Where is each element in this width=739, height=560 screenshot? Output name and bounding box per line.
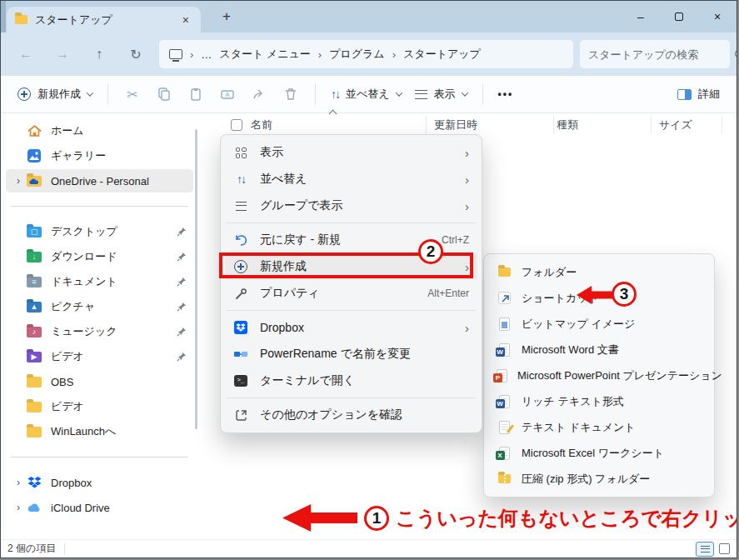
breadcrumb-ellipsis[interactable]: …: [201, 48, 212, 61]
annotation-step-1: 1 こういった何もないところで右クリック: [282, 504, 737, 532]
breadcrumb-item-startup[interactable]: スタートアップ: [403, 47, 481, 62]
folder-icon: [26, 402, 42, 412]
sidebar-item-obs[interactable]: OBS: [6, 370, 193, 393]
maximize-icon: [675, 12, 683, 21]
new-tab-button[interactable]: +: [216, 8, 237, 25]
window-controls: – ×: [622, 1, 737, 32]
delete-button[interactable]: [275, 88, 307, 101]
wrench-icon: [233, 288, 248, 300]
tab-close-icon[interactable]: ×: [179, 13, 192, 27]
sidebar-item-documents[interactable]: ≡ ドキュメント: [6, 270, 193, 293]
menu-item-show-more-options[interactable]: その他のオプションを確認: [225, 402, 477, 428]
dropbox-icon: [26, 477, 42, 489]
chevron-expand-icon[interactable]: ›: [11, 502, 26, 513]
excel-icon: X: [497, 447, 512, 460]
view-toggles: [696, 542, 730, 557]
new-button-label: 新規作成: [37, 87, 81, 102]
breadcrumb-item-programs[interactable]: プログラム: [329, 47, 385, 62]
more-button[interactable]: •••: [492, 83, 521, 105]
share-button[interactable]: [243, 88, 275, 101]
shortcut-icon: [497, 292, 512, 304]
details-pane-button[interactable]: 詳細: [671, 82, 727, 107]
menu-item-group-by[interactable]: グループで表示 ›: [225, 192, 477, 219]
submenu-item-rtf[interactable]: W リッチ テキスト形式: [488, 388, 710, 414]
icons-view-toggle[interactable]: [719, 543, 730, 554]
sort-button[interactable]: ↑↓ 並べ替え: [324, 82, 408, 107]
back-button[interactable]: ←: [7, 39, 44, 69]
forward-button[interactable]: →: [44, 39, 81, 69]
menu-item-dropbox[interactable]: Dropbox ›: [225, 314, 477, 341]
column-header-type[interactable]: 種類: [557, 118, 578, 132]
search-input[interactable]: [588, 48, 735, 61]
menu-separator: [227, 222, 476, 223]
select-all-checkbox[interactable]: [231, 119, 242, 131]
command-bar: 新規作成 ✂ A ↑↓ 並べ替え 表示 ••: [1, 76, 737, 113]
plus-circle-icon: [17, 88, 31, 101]
sidebar-item-gallery[interactable]: ギャラリー: [6, 144, 193, 168]
column-header-size[interactable]: サイズ: [659, 118, 692, 132]
chevron-right-icon: ›: [465, 199, 469, 213]
column-header-row: 名前 更新日時 種類 サイズ: [198, 114, 737, 136]
sidebar-scrollbar[interactable]: [195, 129, 197, 429]
cut-button[interactable]: ✂: [117, 87, 148, 102]
annotation-badge-3: 3: [612, 282, 637, 307]
sidebar-item-downloads[interactable]: ↓ ダウンロード: [6, 245, 193, 268]
breadcrumb-item-start-menu[interactable]: スタート メニュー: [219, 47, 310, 62]
submenu-item-text[interactable]: テキスト ドキュメント: [488, 414, 710, 440]
tab-startup[interactable]: スタートアップ ×: [7, 7, 201, 32]
submenu-item-excel[interactable]: X Microsoft Excel ワークシート: [488, 440, 710, 466]
sidebar-item-video2[interactable]: ビデオ: [6, 395, 193, 418]
submenu-item-zip[interactable]: 圧縮 (zip 形式) フォルダー: [488, 466, 710, 492]
column-header-modified[interactable]: 更新日時: [434, 118, 477, 132]
downloads-folder-icon: ↓: [26, 252, 42, 262]
rename-button[interactable]: A: [212, 88, 243, 101]
sidebar-item-desktop[interactable]: ▢ デスクトップ: [6, 220, 193, 243]
chevron-expand-icon[interactable]: ›: [11, 477, 26, 488]
submenu-item-folder[interactable]: フォルダー: [488, 259, 710, 285]
view-icon: [415, 90, 427, 99]
column-header-name[interactable]: 名前: [251, 118, 272, 132]
sidebar-item-music[interactable]: ♪ ミュージック: [6, 320, 193, 343]
sidebar-item-onedrive[interactable]: › OneDrive - Personal: [6, 169, 193, 192]
details-pane-label: 詳細: [698, 87, 720, 102]
folder-icon: [15, 15, 27, 24]
breadcrumb[interactable]: › … スタート メニュー › プログラム › スタートアップ: [159, 40, 573, 68]
svg-text:A: A: [225, 91, 230, 98]
chevron-right-icon: ›: [318, 48, 322, 61]
refresh-button[interactable]: ↻: [117, 39, 154, 69]
new-button[interactable]: 新規作成: [11, 82, 99, 107]
menu-item-powerrename[interactable]: PowerRename で名前を変更: [225, 341, 477, 368]
submenu-item-bitmap[interactable]: ビットマップ イメージ: [488, 311, 710, 337]
minimize-button[interactable]: –: [622, 1, 660, 32]
sidebar-item-pictures[interactable]: ▲ ピクチャ: [6, 295, 193, 318]
chevron-right-icon: ›: [465, 321, 469, 335]
sort-icon: ↑↓: [331, 88, 339, 101]
chevron-expand-icon[interactable]: ›: [11, 175, 26, 187]
paste-button[interactable]: [180, 88, 212, 101]
annotation-badge-2: 2: [418, 239, 443, 264]
copy-button[interactable]: [148, 88, 180, 101]
dropbox-icon: [233, 321, 248, 334]
sidebar-item-winlaunch[interactable]: WinLaunchへ: [6, 420, 193, 443]
submenu-item-word[interactable]: W Microsoft Word 文書: [488, 337, 710, 362]
close-button[interactable]: ×: [698, 1, 737, 32]
chevron-right-icon: ›: [465, 172, 469, 187]
desktop-folder-icon: ▢: [26, 227, 42, 238]
search-box[interactable]: [580, 40, 730, 68]
pin-icon: [177, 277, 188, 287]
sidebar-item-videos[interactable]: ▶ ビデオ: [6, 345, 193, 368]
maximize-button[interactable]: [660, 1, 698, 32]
up-button[interactable]: ↑: [81, 39, 117, 69]
menu-item-sort[interactable]: ↑↓ 並べ替え ›: [225, 166, 477, 192]
submenu-item-powerpoint[interactable]: P Microsoft PowerPoint プレゼンテーション: [488, 362, 710, 388]
details-view-toggle[interactable]: [696, 542, 714, 557]
tab-bar: スタートアップ × + – ×: [1, 1, 737, 32]
menu-item-open-terminal[interactable]: >_ ターミナルで開く: [225, 368, 477, 394]
menu-item-view[interactable]: 表示 ›: [225, 139, 477, 166]
view-button[interactable]: 表示: [408, 82, 474, 107]
menu-item-properties[interactable]: プロパティ Alt+Enter: [225, 280, 477, 307]
chevron-right-icon: ›: [190, 48, 193, 61]
sidebar-item-icloud[interactable]: › iCloud Drive: [6, 496, 193, 519]
sidebar-item-dropbox[interactable]: › Dropbox: [6, 471, 193, 494]
sidebar-item-home[interactable]: ホーム: [6, 119, 193, 142]
